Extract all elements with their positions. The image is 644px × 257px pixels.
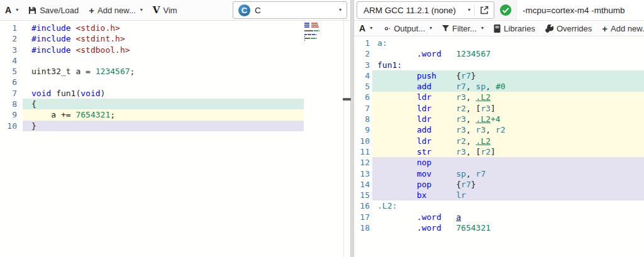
- code-line-content[interactable]: ldr r3, .L2: [372, 92, 644, 102]
- editor-line: 6 ldr r3, .L2: [354, 92, 644, 102]
- libraries-button[interactable]: Libraries: [489, 21, 540, 36]
- code-token: ldr: [417, 114, 431, 124]
- overrides-label: Overrides: [557, 24, 592, 33]
- editor-line: 7void fun1(void): [0, 88, 350, 99]
- overrides-button[interactable]: Overrides: [540, 21, 597, 36]
- editor-line: 17 .word a: [354, 212, 644, 222]
- code-line-content[interactable]: bx lr: [372, 190, 644, 200]
- code-token: }: [471, 71, 476, 80]
- code-line-content[interactable]: .word 1234567: [372, 48, 644, 59]
- code-token: lr: [456, 190, 466, 200]
- compiler-select[interactable]: ARM GCC 11.2.1 (none) ▾: [357, 1, 494, 19]
- chevron-down-icon: ▾: [140, 8, 143, 13]
- editor-line: 11 str r3, [r2]: [354, 146, 644, 157]
- editor-line: 3fun1:: [354, 60, 644, 70]
- code-line-content[interactable]: {: [23, 99, 304, 109]
- label-link[interactable]: a: [456, 212, 461, 222]
- code-line-content[interactable]: #include <stdio.h>: [23, 23, 304, 33]
- code-token: ,: [466, 82, 476, 91]
- editor-line: 13 mov sp, r7: [354, 168, 644, 179]
- code-token: <stdbool.h>: [75, 45, 130, 55]
- code-line-content[interactable]: .word a: [372, 212, 644, 222]
- code-line-content[interactable]: uint32_t a = 1234567;: [23, 66, 304, 77]
- code-token: fun1:: [377, 60, 402, 70]
- compiler-options-input[interactable]: [517, 0, 644, 20]
- minimap-line: [304, 36, 331, 37]
- code-token: ldr: [417, 92, 431, 102]
- code-token: [426, 190, 456, 200]
- code-line-content[interactable]: nop: [372, 157, 644, 168]
- open-compiler-popout-button[interactable]: [479, 6, 494, 14]
- code-token: , [: [466, 104, 480, 113]
- code-line-content[interactable]: #include <stdint.h>: [23, 33, 304, 44]
- code-token: add: [417, 125, 431, 134]
- code-token: [377, 114, 417, 124]
- code-token: {: [431, 180, 461, 189]
- code-token: .word: [417, 49, 441, 58]
- filter-menu[interactable]: Filter... ▾: [437, 21, 489, 36]
- code-token: r7: [476, 169, 486, 178]
- add-new-menu[interactable]: + Add new... ▾: [84, 0, 148, 20]
- code-line-content[interactable]: pop {r7}: [372, 179, 644, 190]
- code-line-content[interactable]: void fun1(void): [23, 88, 304, 99]
- code-line-content[interactable]: fun1:: [372, 60, 644, 70]
- code-line-content[interactable]: str r3, [r2]: [372, 146, 644, 157]
- line-number: 17: [354, 212, 372, 222]
- chevron-down-icon: ▾: [370, 26, 372, 31]
- splitter-drag-handle[interactable]: [343, 98, 351, 101]
- code-token: [431, 114, 456, 124]
- code-line-content[interactable]: push {r7}: [372, 70, 644, 81]
- code-token: pop: [417, 180, 431, 189]
- code-line-content[interactable]: a:: [372, 38, 644, 48]
- line-number: 4: [354, 70, 372, 81]
- add-new-label: Add new...: [97, 6, 136, 15]
- line-number: 2: [354, 48, 372, 59]
- code-line-content[interactable]: add r7, sp, #0: [372, 81, 644, 92]
- code-line-content[interactable]: ldr r3, .L2+4: [372, 114, 644, 124]
- save-load-button[interactable]: Save/Load: [23, 0, 84, 20]
- output-menu[interactable]: Output... ▾: [377, 21, 437, 36]
- code-token: r2: [456, 104, 466, 113]
- vim-toggle[interactable]: V Vim: [148, 0, 182, 20]
- code-token: nop: [417, 158, 431, 167]
- code-line-content[interactable]: add r3, r3, r2: [372, 124, 644, 135]
- font-size-label: A: [5, 5, 11, 15]
- overview-ruler: [343, 21, 344, 257]
- language-select[interactable]: C C ▾: [233, 1, 347, 19]
- code-token: ,: [486, 82, 496, 91]
- code-line-content[interactable]: }: [23, 121, 304, 131]
- code-token: r7: [456, 82, 466, 91]
- label-link[interactable]: .L2: [476, 136, 491, 146]
- code-line-content[interactable]: mov sp, r7: [372, 168, 644, 179]
- line-number: 4: [0, 55, 23, 66]
- code-line-content[interactable]: [23, 55, 304, 66]
- code-token: [431, 169, 456, 178]
- font-size-menu[interactable]: A ▾: [0, 0, 23, 20]
- code-line-content[interactable]: ldr r2, .L2: [372, 136, 644, 146]
- line-number: 2: [0, 33, 23, 44]
- editor-line: 14 pop {r7}: [354, 179, 644, 190]
- code-line-content[interactable]: [23, 77, 304, 87]
- code-line-content[interactable]: ldr r2, [r3]: [372, 103, 644, 114]
- save-load-label: Save/Load: [40, 6, 79, 15]
- editor-line: 15 bx lr: [354, 190, 644, 200]
- code-token: sp: [476, 82, 486, 91]
- line-number: 5: [0, 66, 23, 77]
- code-token: [377, 169, 417, 178]
- label-link[interactable]: .L2: [476, 114, 491, 124]
- code-line-content[interactable]: .L2:: [372, 200, 644, 211]
- add-new-menu[interactable]: + Add new... ▾: [597, 21, 644, 36]
- code-line-content[interactable]: #include <stdbool.h>: [23, 45, 304, 55]
- font-size-menu[interactable]: A ▾: [354, 21, 377, 36]
- code-line-content[interactable]: .word 7654321: [372, 222, 644, 233]
- code-token: uint32_t a =: [31, 67, 96, 76]
- code-line-content[interactable]: a += 7654321;: [23, 109, 304, 120]
- save-icon: [28, 6, 36, 14]
- code-token: [431, 92, 456, 102]
- output-toolbar: A ▾ Output... ▾ Filter... ▾: [354, 21, 644, 36]
- code-token: r3: [456, 114, 466, 124]
- line-number: 9: [0, 109, 23, 120]
- label-link[interactable]: .L2: [476, 92, 491, 102]
- minimap[interactable]: [304, 23, 331, 41]
- editor-line: 12 nop: [354, 157, 644, 168]
